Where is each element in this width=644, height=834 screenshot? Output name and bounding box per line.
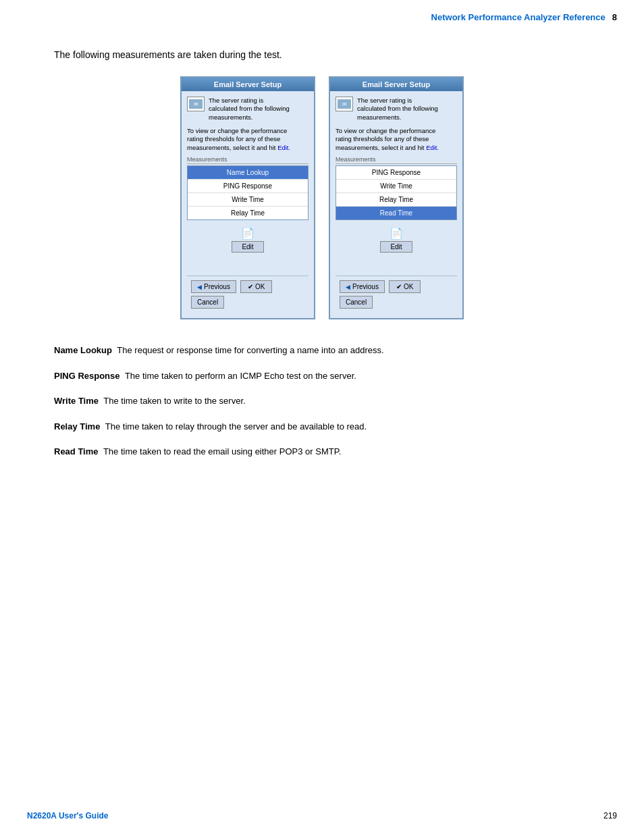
text-relay-time: The time taken to relay through the serv… bbox=[103, 421, 367, 432]
dialog-left: Email Server Setup ✉ The server rating i… bbox=[180, 76, 315, 319]
page-footer: N2620A User's Guide 219 bbox=[0, 811, 644, 820]
text-write-time: The time taken to write to the server. bbox=[101, 396, 246, 406]
measurements-left: Measurements Name Lookup PING Response W… bbox=[187, 156, 308, 220]
measurements-right: Measurements PING Response Write Time Re… bbox=[336, 156, 457, 220]
definition-read-time: Read Time The time taken to read the ema… bbox=[54, 445, 590, 459]
dialog-left-desc2: To view or change the performance rating… bbox=[187, 127, 308, 152]
text-ping-response: The time taken to perform an ICMP Echo t… bbox=[123, 371, 356, 381]
dialog-left-icon-row: ✉ The server rating is calculated from t… bbox=[187, 97, 308, 122]
nav-row-left-bottom: Cancel bbox=[191, 296, 304, 309]
nav-row-right-bottom: Cancel bbox=[340, 296, 453, 309]
definition-write-time: Write Time The time taken to write to th… bbox=[54, 394, 590, 408]
header-page-number: 8 bbox=[612, 12, 617, 22]
measurement-item-name-lookup[interactable]: Name Lookup bbox=[188, 166, 308, 180]
term-ping-response: PING Response bbox=[54, 371, 120, 381]
dialog-left-spacer bbox=[187, 255, 308, 276]
cancel-button-right[interactable]: Cancel bbox=[340, 296, 373, 309]
dialog-right: Email Server Setup ✉ The server rating i… bbox=[329, 76, 464, 319]
cancel-button-left[interactable]: Cancel bbox=[191, 296, 224, 309]
dialog-right-body: ✉ The server rating is calculated from t… bbox=[330, 91, 462, 318]
measurement-item-write-right[interactable]: Write Time bbox=[336, 180, 456, 193]
term-write-time: Write Time bbox=[54, 396, 99, 406]
dialog-right-title: Email Server Setup bbox=[330, 78, 462, 91]
edit-button-left[interactable]: Edit bbox=[232, 241, 263, 253]
email-icon-left: ✉ bbox=[187, 97, 205, 111]
dialog-right-desc2: To view or change the performance rating… bbox=[336, 127, 457, 152]
dialog-left-desc: The server rating is calculated from the… bbox=[209, 97, 290, 122]
measurement-item-ping-left[interactable]: PING Response bbox=[188, 180, 308, 193]
previous-button-left[interactable]: ◀ Previous bbox=[191, 280, 236, 293]
edit-row-right: 📄 Edit bbox=[336, 224, 457, 255]
email-icon-right: ✉ bbox=[336, 97, 353, 111]
header-title: Network Performance Analyzer Reference bbox=[431, 12, 606, 22]
page-header: Network Performance Analyzer Reference 8 bbox=[0, 0, 644, 29]
ok-check-right: ✔ bbox=[396, 283, 402, 290]
nav-row-left-top: ◀ Previous ✔ OK bbox=[191, 280, 304, 293]
edit-button-right[interactable]: Edit bbox=[380, 241, 412, 253]
ok-button-left[interactable]: ✔ OK bbox=[240, 280, 272, 293]
nav-row-right-top: ◀ Previous ✔ OK bbox=[340, 280, 453, 293]
edit-doc-icon-right: 📄 bbox=[390, 227, 403, 240]
term-read-time: Read Time bbox=[54, 446, 99, 457]
edit-doc-icon-left: 📄 bbox=[241, 227, 254, 240]
term-relay-time: Relay Time bbox=[54, 421, 100, 432]
measurements-label-right: Measurements bbox=[336, 156, 457, 164]
dialog-left-title: Email Server Setup bbox=[182, 78, 314, 91]
definition-relay-time: Relay Time The time taken to relay throu… bbox=[54, 420, 590, 434]
footer-right-text: 219 bbox=[603, 811, 617, 820]
ok-check-left: ✔ bbox=[248, 283, 253, 290]
measurements-list-left: Name Lookup PING Response Write Time Rel… bbox=[187, 165, 308, 220]
definition-ping-response: PING Response The time taken to perform … bbox=[54, 369, 590, 383]
prev-triangle-left: ◀ bbox=[197, 284, 202, 290]
main-content: The following measurements are taken dur… bbox=[0, 29, 644, 498]
measurement-item-read-right[interactable]: Read Time bbox=[336, 207, 456, 219]
dialogs-container: Email Server Setup ✉ The server rating i… bbox=[54, 76, 590, 319]
email-icon-inner-left: ✉ bbox=[189, 99, 203, 109]
intro-text: The following measurements are taken dur… bbox=[54, 49, 590, 60]
definitions-section: Name Lookup The request or response time… bbox=[54, 344, 590, 459]
measurement-item-relay-left[interactable]: Relay Time bbox=[188, 207, 308, 219]
edit-row-left: 📄 Edit bbox=[187, 224, 308, 255]
text-name-lookup: The request or response time for convert… bbox=[115, 345, 384, 355]
dialog-right-nav: ◀ Previous ✔ OK Cancel bbox=[336, 276, 457, 313]
measurement-item-write-left[interactable]: Write Time bbox=[188, 193, 308, 207]
edit-link-left[interactable]: Edit. bbox=[277, 144, 290, 151]
measurement-item-ping-right[interactable]: PING Response bbox=[336, 166, 456, 180]
measurements-list-right: PING Response Write Time Relay Time Read… bbox=[336, 165, 457, 220]
ok-button-right[interactable]: ✔ OK bbox=[389, 280, 421, 293]
text-read-time: The time taken to read the email using e… bbox=[101, 446, 342, 457]
footer-left-text: N2620A User's Guide bbox=[27, 811, 108, 820]
dialog-right-desc: The server rating is calculated from the… bbox=[357, 97, 438, 122]
definition-name-lookup: Name Lookup The request or response time… bbox=[54, 344, 590, 357]
edit-link-right[interactable]: Edit. bbox=[426, 144, 439, 151]
previous-button-right[interactable]: ◀ Previous bbox=[340, 280, 385, 293]
dialog-right-spacer bbox=[336, 255, 457, 276]
term-name-lookup: Name Lookup bbox=[54, 345, 112, 355]
measurement-item-relay-right[interactable]: Relay Time bbox=[336, 193, 456, 207]
measurements-label-left: Measurements bbox=[187, 156, 308, 164]
prev-triangle-right: ◀ bbox=[346, 284, 350, 290]
dialog-right-icon-row: ✉ The server rating is calculated from t… bbox=[336, 97, 457, 122]
email-icon-inner-right: ✉ bbox=[338, 99, 351, 109]
dialog-left-body: ✉ The server rating is calculated from t… bbox=[182, 91, 314, 318]
dialog-left-nav: ◀ Previous ✔ OK Cancel bbox=[187, 276, 308, 313]
